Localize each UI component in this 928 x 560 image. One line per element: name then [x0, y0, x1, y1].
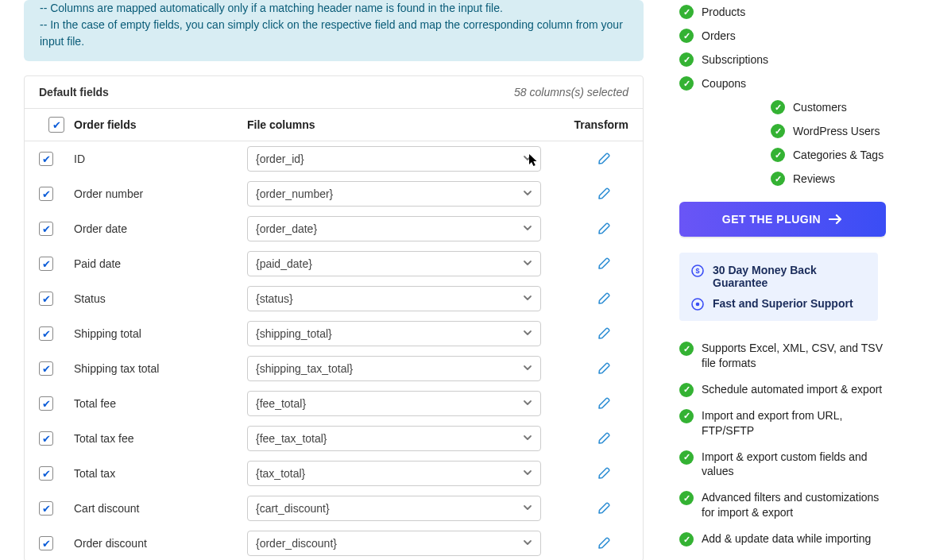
benefit-item: Schedule automated import & export [679, 377, 886, 403]
row-checkbox[interactable] [39, 152, 53, 166]
file-column-select[interactable]: {order_id} [247, 146, 541, 172]
chevron-down-icon [523, 467, 532, 480]
row-checkbox[interactable] [39, 396, 53, 411]
pencil-icon [597, 431, 612, 447]
chevron-down-icon [523, 187, 532, 200]
row-label: Cart discount [74, 502, 247, 515]
edit-transform-button[interactable] [593, 462, 617, 485]
row-checkbox[interactable] [39, 187, 53, 201]
file-column-value: {tax_total} [256, 467, 305, 480]
file-column-select[interactable]: {shipping_total} [247, 321, 541, 346]
feature-label: Orders [702, 29, 736, 42]
get-plugin-button[interactable]: GET THE PLUGIN [679, 202, 886, 237]
table-row: Shipping tax total{shipping_tax_total} [25, 351, 643, 386]
header-transform: Transform [574, 118, 628, 131]
row-checkbox[interactable] [39, 222, 53, 236]
feature-label: Reviews [793, 172, 835, 185]
check-circle-icon [679, 5, 694, 19]
columns-selected-label: 58 columns(s) selected [514, 86, 628, 98]
row-checkbox[interactable] [39, 536, 53, 550]
check-circle-icon [679, 52, 694, 67]
pencil-icon [597, 256, 612, 272]
benefit-label: Schedule automated import & export [702, 382, 882, 397]
card-title: Default fields [39, 86, 109, 98]
check-circle-icon [771, 124, 785, 138]
select-all-checkbox[interactable] [48, 117, 64, 133]
feature-item: Subscriptions [679, 48, 910, 71]
money-back-icon: $ [690, 264, 705, 278]
promo-support: Fast and Superior Support [690, 295, 867, 313]
row-checkbox[interactable] [39, 501, 53, 516]
row-checkbox[interactable] [39, 466, 53, 481]
benefit-label: Supports Excel, XML, CSV, and TSV file f… [702, 341, 886, 371]
file-column-select[interactable]: {paid_date} [247, 251, 541, 276]
fields-card: Default fields 58 columns(s) selected Or… [24, 75, 644, 560]
edit-transform-button[interactable] [593, 217, 617, 241]
table-row: ID{order_id} [25, 141, 643, 176]
file-column-value: {fee_total} [256, 397, 306, 410]
chevron-down-icon [523, 432, 532, 445]
file-column-select[interactable]: {fee_tax_total} [247, 426, 541, 451]
row-checkbox[interactable] [39, 431, 53, 446]
file-column-select[interactable]: {order_discount} [247, 531, 541, 556]
check-circle-icon [771, 172, 785, 186]
cta-label: GET THE PLUGIN [722, 213, 821, 226]
header-file-columns: File columns [247, 118, 563, 131]
row-label: Shipping total [74, 327, 247, 340]
row-label: Order discount [74, 537, 247, 550]
file-column-select[interactable]: {shipping_tax_total} [247, 356, 541, 381]
feature-item: Reviews [771, 167, 910, 191]
edit-transform-button[interactable] [593, 182, 617, 206]
edit-transform-button[interactable] [593, 427, 617, 450]
row-label: Order date [74, 222, 247, 235]
info-line-1: -- Columns are mapped automatically only… [40, 0, 628, 17]
file-column-value: {shipping_tax_total} [256, 362, 353, 375]
info-box: -- Columns are mapped automatically only… [24, 0, 644, 61]
row-checkbox[interactable] [39, 361, 53, 376]
pencil-icon [597, 326, 612, 342]
benefit-item: Add & update data while importing [679, 526, 886, 552]
file-column-select[interactable]: {status} [247, 286, 541, 311]
file-column-select[interactable]: {tax_total} [247, 461, 541, 486]
table-row: Total tax fee{fee_tax_total} [25, 421, 643, 456]
feature-item: WordPress Users [771, 119, 910, 143]
feature-item: Categories & Tags [771, 143, 910, 167]
benefit-label: Add & update data while importing [702, 531, 871, 546]
table-row: Order date{order_date} [25, 211, 643, 246]
edit-transform-button[interactable] [593, 147, 617, 171]
edit-transform-button[interactable] [593, 322, 617, 346]
edit-transform-button[interactable] [593, 252, 617, 276]
file-column-value: {order_date} [256, 222, 317, 235]
feature-label: Coupons [702, 77, 746, 90]
row-checkbox[interactable] [39, 326, 53, 341]
feature-item: Products [679, 0, 910, 24]
row-label: Order number [74, 187, 247, 200]
edit-transform-button[interactable] [593, 287, 617, 311]
svg-point-3 [696, 303, 700, 307]
table-row: Shipping total{shipping_total} [25, 316, 643, 351]
edit-transform-button[interactable] [593, 531, 617, 555]
feature-item: Customers [771, 95, 910, 119]
check-circle-icon [679, 491, 694, 505]
file-column-value: {order_id} [256, 153, 304, 165]
table-row: Order discount{order_discount} [25, 526, 643, 560]
pencil-icon [597, 535, 612, 552]
chevron-down-icon [523, 397, 532, 410]
row-checkbox[interactable] [39, 257, 53, 271]
pencil-icon [597, 500, 612, 517]
row-label: Total tax fee [74, 432, 247, 445]
chevron-down-icon [523, 537, 532, 550]
row-label: Total tax [74, 467, 247, 480]
file-column-select[interactable]: {order_number} [247, 181, 541, 207]
edit-transform-button[interactable] [593, 496, 617, 520]
file-column-select[interactable]: {order_date} [247, 216, 541, 241]
pencil-icon [597, 186, 612, 203]
file-column-select[interactable]: {fee_total} [247, 391, 541, 416]
edit-transform-button[interactable] [593, 392, 617, 415]
row-checkbox[interactable] [39, 292, 53, 306]
edit-transform-button[interactable] [593, 357, 617, 380]
file-column-select[interactable]: {cart_discount} [247, 496, 541, 521]
header-order-fields: Order fields [74, 118, 247, 131]
benefit-label: Import & export custom fields and values [702, 450, 886, 480]
check-circle-icon [771, 100, 785, 114]
